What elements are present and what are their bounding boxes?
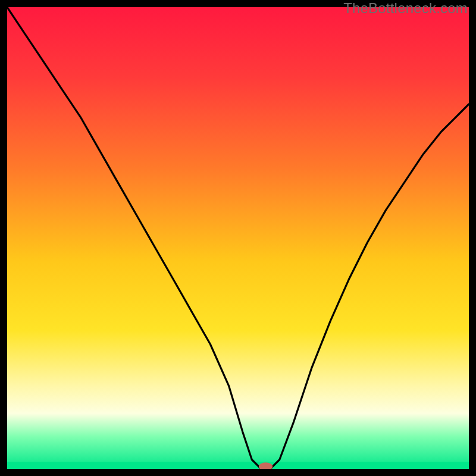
chart-frame [7, 7, 469, 469]
watermark-label: TheBottleneck.com [343, 0, 468, 17]
bottleneck-chart [7, 7, 469, 469]
floor-band [7, 462, 469, 469]
chart-background [7, 7, 469, 469]
